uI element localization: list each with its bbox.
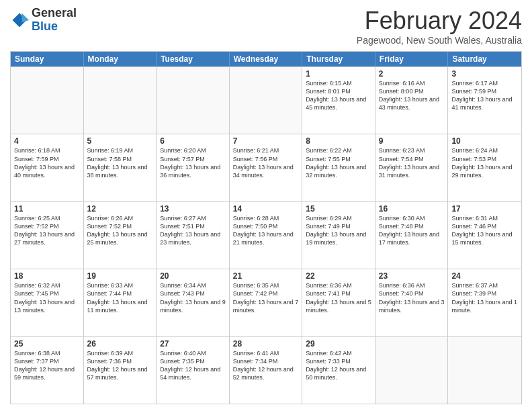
day-cell-24: 24Sunrise: 6:37 AM Sunset: 7:39 PM Dayli…: [448, 269, 521, 336]
header-cell-sunday: Sunday: [11, 52, 84, 66]
day-number: 3: [451, 69, 518, 79]
logo: General Blue: [10, 7, 77, 34]
logo-text: General Blue: [32, 7, 77, 34]
header-cell-wednesday: Wednesday: [230, 52, 303, 66]
day-info: Sunrise: 6:39 AM Sunset: 7:36 PM Dayligh…: [87, 349, 153, 382]
day-info: Sunrise: 6:36 AM Sunset: 7:41 PM Dayligh…: [306, 281, 371, 314]
day-cell-19: 19Sunrise: 6:33 AM Sunset: 7:44 PM Dayli…: [84, 269, 157, 336]
day-cell-7: 7Sunrise: 6:21 AM Sunset: 7:56 PM Daylig…: [230, 134, 303, 201]
day-number: 7: [233, 136, 299, 146]
day-info: Sunrise: 6:15 AM Sunset: 8:01 PM Dayligh…: [306, 79, 371, 112]
day-cell-3: 3Sunrise: 6:17 AM Sunset: 7:59 PM Daylig…: [448, 67, 521, 134]
day-number: 5: [87, 136, 153, 146]
day-info: Sunrise: 6:16 AM Sunset: 8:00 PM Dayligh…: [379, 79, 445, 112]
empty-cell-4-6: [448, 337, 521, 404]
day-info: Sunrise: 6:29 AM Sunset: 7:49 PM Dayligh…: [306, 214, 371, 247]
day-number: 9: [379, 136, 445, 146]
day-cell-26: 26Sunrise: 6:39 AM Sunset: 7:36 PM Dayli…: [84, 337, 157, 404]
day-number: 11: [14, 204, 80, 214]
empty-cell-0-1: [84, 67, 157, 134]
day-info: Sunrise: 6:34 AM Sunset: 7:43 PM Dayligh…: [160, 281, 226, 314]
day-cell-27: 27Sunrise: 6:40 AM Sunset: 7:35 PM Dayli…: [157, 337, 230, 404]
day-number: 17: [451, 204, 518, 214]
day-cell-18: 18Sunrise: 6:32 AM Sunset: 7:45 PM Dayli…: [11, 269, 84, 336]
day-number: 28: [233, 339, 299, 349]
day-number: 12: [87, 204, 153, 214]
header: General Blue February 2024 Pagewood, New…: [10, 7, 522, 46]
day-cell-10: 10Sunrise: 6:24 AM Sunset: 7:53 PM Dayli…: [448, 134, 521, 201]
day-info: Sunrise: 6:21 AM Sunset: 7:56 PM Dayligh…: [233, 146, 299, 179]
day-cell-5: 5Sunrise: 6:19 AM Sunset: 7:58 PM Daylig…: [84, 134, 157, 201]
day-number: 16: [379, 204, 445, 214]
day-number: 24: [451, 271, 518, 281]
day-number: 18: [14, 271, 80, 281]
day-info: Sunrise: 6:40 AM Sunset: 7:35 PM Dayligh…: [160, 349, 226, 382]
day-number: 4: [14, 136, 80, 146]
day-info: Sunrise: 6:37 AM Sunset: 7:39 PM Dayligh…: [451, 281, 518, 314]
header-cell-tuesday: Tuesday: [157, 52, 230, 66]
day-cell-4: 4Sunrise: 6:18 AM Sunset: 7:59 PM Daylig…: [11, 134, 84, 201]
day-number: 19: [87, 271, 153, 281]
empty-cell-0-0: [11, 67, 84, 134]
day-cell-16: 16Sunrise: 6:30 AM Sunset: 7:48 PM Dayli…: [375, 202, 449, 269]
day-info: Sunrise: 6:42 AM Sunset: 7:33 PM Dayligh…: [306, 349, 371, 382]
day-cell-13: 13Sunrise: 6:27 AM Sunset: 7:51 PM Dayli…: [157, 202, 230, 269]
day-cell-21: 21Sunrise: 6:35 AM Sunset: 7:42 PM Dayli…: [230, 269, 303, 336]
day-number: 10: [451, 136, 518, 146]
calendar-row-3: 18Sunrise: 6:32 AM Sunset: 7:45 PM Dayli…: [11, 269, 521, 336]
header-cell-thursday: Thursday: [302, 52, 375, 66]
day-number: 14: [233, 204, 299, 214]
day-cell-1: 1Sunrise: 6:15 AM Sunset: 8:01 PM Daylig…: [302, 67, 375, 134]
day-info: Sunrise: 6:28 AM Sunset: 7:50 PM Dayligh…: [233, 214, 299, 247]
calendar-row-1: 4Sunrise: 6:18 AM Sunset: 7:59 PM Daylig…: [11, 134, 521, 201]
header-cell-saturday: Saturday: [448, 52, 521, 66]
day-info: Sunrise: 6:27 AM Sunset: 7:51 PM Dayligh…: [160, 214, 226, 247]
day-cell-23: 23Sunrise: 6:36 AM Sunset: 7:40 PM Dayli…: [375, 269, 449, 336]
day-info: Sunrise: 6:23 AM Sunset: 7:54 PM Dayligh…: [379, 146, 445, 179]
calendar-row-0: 1Sunrise: 6:15 AM Sunset: 8:01 PM Daylig…: [11, 66, 521, 134]
day-cell-25: 25Sunrise: 6:38 AM Sunset: 7:37 PM Dayli…: [11, 337, 84, 404]
day-number: 20: [160, 271, 226, 281]
day-number: 23: [379, 271, 445, 281]
logo-general-text: General: [32, 7, 77, 20]
day-number: 8: [306, 136, 371, 146]
day-number: 1: [306, 69, 371, 79]
calendar-body: 1Sunrise: 6:15 AM Sunset: 8:01 PM Daylig…: [11, 66, 521, 404]
day-cell-15: 15Sunrise: 6:29 AM Sunset: 7:49 PM Dayli…: [302, 202, 375, 269]
day-number: 21: [233, 271, 299, 281]
day-number: 22: [306, 271, 371, 281]
calendar: SundayMondayTuesdayWednesdayThursdayFrid…: [10, 51, 522, 404]
day-cell-6: 6Sunrise: 6:20 AM Sunset: 7:57 PM Daylig…: [157, 134, 230, 201]
day-info: Sunrise: 6:22 AM Sunset: 7:55 PM Dayligh…: [306, 146, 371, 179]
header-cell-monday: Monday: [84, 52, 157, 66]
day-cell-12: 12Sunrise: 6:26 AM Sunset: 7:52 PM Dayli…: [84, 202, 157, 269]
calendar-row-4: 25Sunrise: 6:38 AM Sunset: 7:37 PM Dayli…: [11, 336, 521, 404]
day-cell-28: 28Sunrise: 6:41 AM Sunset: 7:34 PM Dayli…: [230, 337, 303, 404]
day-info: Sunrise: 6:38 AM Sunset: 7:37 PM Dayligh…: [14, 349, 80, 382]
logo-icon: [10, 11, 29, 30]
day-number: 2: [379, 69, 445, 79]
month-title: February 2024: [357, 7, 522, 35]
day-info: Sunrise: 6:41 AM Sunset: 7:34 PM Dayligh…: [233, 349, 299, 382]
day-number: 25: [14, 339, 80, 349]
day-info: Sunrise: 6:17 AM Sunset: 7:59 PM Dayligh…: [451, 79, 518, 112]
day-number: 26: [87, 339, 153, 349]
empty-cell-4-5: [375, 337, 449, 404]
day-info: Sunrise: 6:31 AM Sunset: 7:46 PM Dayligh…: [451, 214, 518, 247]
day-number: 29: [306, 339, 371, 349]
day-info: Sunrise: 6:32 AM Sunset: 7:45 PM Dayligh…: [14, 281, 80, 314]
day-info: Sunrise: 6:26 AM Sunset: 7:52 PM Dayligh…: [87, 214, 153, 247]
day-info: Sunrise: 6:33 AM Sunset: 7:44 PM Dayligh…: [87, 281, 153, 314]
day-cell-2: 2Sunrise: 6:16 AM Sunset: 8:00 PM Daylig…: [375, 67, 449, 134]
day-number: 13: [160, 204, 226, 214]
day-cell-29: 29Sunrise: 6:42 AM Sunset: 7:33 PM Dayli…: [302, 337, 375, 404]
day-info: Sunrise: 6:35 AM Sunset: 7:42 PM Dayligh…: [233, 281, 299, 314]
day-number: 27: [160, 339, 226, 349]
svg-marker-1: [22, 13, 30, 22]
day-cell-22: 22Sunrise: 6:36 AM Sunset: 7:41 PM Dayli…: [302, 269, 375, 336]
day-cell-17: 17Sunrise: 6:31 AM Sunset: 7:46 PM Dayli…: [448, 202, 521, 269]
title-block: February 2024 Pagewood, New South Wales,…: [357, 7, 522, 46]
empty-cell-0-3: [230, 67, 303, 134]
day-cell-14: 14Sunrise: 6:28 AM Sunset: 7:50 PM Dayli…: [230, 202, 303, 269]
day-info: Sunrise: 6:18 AM Sunset: 7:59 PM Dayligh…: [14, 146, 80, 179]
